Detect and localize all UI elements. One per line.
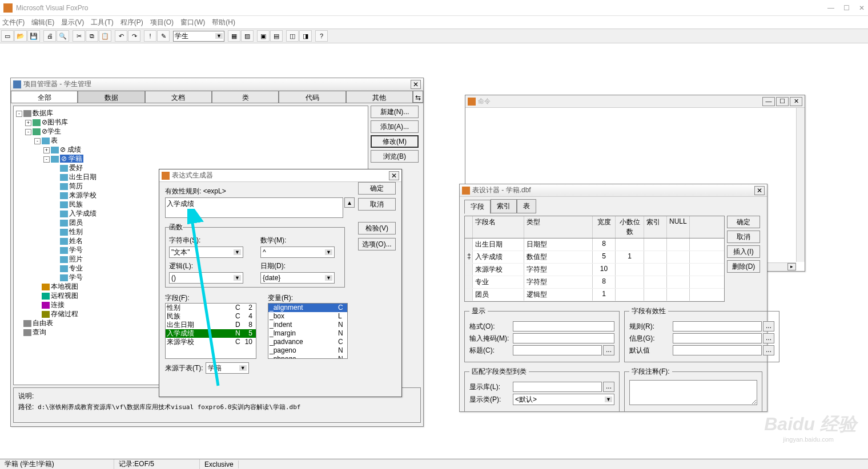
field-row[interactable]: 来源学校C10	[166, 338, 256, 346]
menu-program[interactable]: 程序(P)	[120, 18, 143, 27]
cut-icon[interactable]: ✂	[73, 30, 85, 42]
var-row[interactable]: _lmarginN	[268, 329, 347, 338]
field-row[interactable]: 出生日期D8	[166, 321, 256, 329]
cmd-min-button[interactable]: —	[762, 97, 775, 106]
td-format-input[interactable]	[513, 321, 614, 331]
eb-date-combo[interactable]: {date}▼	[260, 272, 335, 284]
pm-tab-other[interactable]: 其他	[346, 91, 413, 103]
td-tab-fields[interactable]: 字段	[464, 200, 491, 214]
menu-view[interactable]: 显示(V)	[61, 18, 84, 27]
var-row[interactable]: _alignmentC	[268, 304, 347, 312]
td-row[interactable]: 出生日期日期型8	[465, 238, 724, 251]
var-row[interactable]: _boxL	[268, 312, 347, 321]
field-row[interactable]: 性别C2	[166, 304, 256, 312]
pm-browse-button[interactable]: 浏览(B)	[371, 150, 419, 163]
cmd-vscroll[interactable]	[796, 108, 805, 262]
eb-ok-button[interactable]: 确定	[358, 182, 396, 195]
pm-expand-button[interactable]: ⇆	[413, 91, 423, 103]
td-tab-table[interactable]: 表	[517, 199, 536, 213]
eb-from-combo[interactable]: 学籍▼	[206, 362, 249, 374]
expression-input[interactable]	[165, 197, 343, 218]
var-row[interactable]: _pagenoN	[268, 346, 347, 355]
help-icon[interactable]: ?	[315, 30, 328, 42]
undo-icon[interactable]: ↶	[115, 30, 127, 42]
tree-node[interactable]: -⊘ 学籍	[16, 154, 365, 163]
pm-tab-data[interactable]: 数据	[78, 91, 144, 103]
pm-tab-docs[interactable]: 文档	[145, 91, 212, 103]
menu-edit[interactable]: 编辑(E)	[31, 18, 54, 27]
td-caption-input[interactable]	[513, 345, 602, 355]
td-default-dots[interactable]: ...	[763, 345, 774, 355]
eb-expr-expand[interactable]: ▴	[344, 197, 355, 208]
modify-icon[interactable]: ✎	[157, 30, 170, 42]
tb-icon-6[interactable]: ◨	[299, 30, 312, 42]
database-combo[interactable]: 学生▼	[173, 31, 224, 42]
pm-add-button[interactable]: 添加(A)...	[371, 120, 419, 133]
td-delete-button[interactable]: 删除(D)	[727, 260, 760, 273]
td-rule-input[interactable]	[673, 321, 762, 331]
menu-window[interactable]: 窗口(W)	[180, 18, 205, 27]
copy-icon[interactable]: ⧉	[86, 30, 98, 42]
td-ok-button[interactable]: 确定	[727, 216, 760, 228]
tree-node[interactable]: +⊘ 成绩	[16, 145, 365, 154]
eb-math-combo[interactable]: ^▼	[260, 246, 335, 258]
fields-grid[interactable]: 字段名 类型 宽度 小数位数 索引 NULL 出生日期日期型8‡入学成绩数值型5…	[464, 216, 725, 302]
pm-new-button[interactable]: 新建(N)...	[371, 106, 419, 118]
td-comment-input[interactable]	[629, 380, 757, 405]
eb-vars-list[interactable]: _alignmentC_boxL_indentN_lmarginN_padvan…	[268, 303, 348, 359]
eb-string-combo[interactable]: "文本"▼	[169, 246, 243, 258]
menu-tools[interactable]: 工具(T)	[91, 18, 113, 27]
tree-node[interactable]: -⊘学生	[16, 127, 365, 136]
td-mask-input[interactable]	[513, 333, 614, 343]
close-button[interactable]: ✕	[859, 4, 865, 12]
td-cancel-button[interactable]: 取消	[727, 231, 760, 243]
eb-logic-combo[interactable]: ()▼	[169, 272, 243, 284]
save-icon[interactable]: 💾	[27, 30, 40, 42]
tb-icon-4[interactable]: ▤	[270, 30, 283, 42]
pm-tab-code[interactable]: 代码	[279, 91, 345, 103]
td-msg-input[interactable]	[673, 333, 762, 343]
td-tab-index[interactable]: 索引	[491, 199, 517, 213]
td-rule-dots[interactable]: ...	[763, 321, 774, 331]
td-caption-dots[interactable]: ...	[603, 345, 614, 355]
td-row[interactable]: 专业字符型8	[465, 276, 724, 289]
eb-verify-button[interactable]: 检验(V)	[358, 222, 396, 234]
var-row[interactable]: _padvanceC	[268, 338, 347, 346]
pm-tab-class[interactable]: 类	[212, 91, 279, 103]
tb-icon-5[interactable]: ◫	[286, 30, 299, 42]
tb-icon-3[interactable]: ▣	[257, 30, 270, 42]
td-row[interactable]: 来源学校字符型10	[465, 264, 724, 276]
td-lib-input[interactable]	[513, 382, 602, 392]
maximize-button[interactable]: ☐	[843, 4, 850, 12]
pm-close-button[interactable]: ✕	[411, 80, 421, 89]
td-lib-dots[interactable]: ...	[603, 382, 614, 392]
td-row[interactable]: ‡入学成绩数值型51	[465, 251, 724, 264]
cmd-close-button[interactable]: ✕	[790, 97, 802, 106]
td-class-combo[interactable]: <默认>▼	[513, 394, 614, 405]
preview-icon[interactable]: 🔍	[57, 30, 69, 42]
menu-help[interactable]: 帮助(H)	[212, 18, 235, 27]
eb-cancel-button[interactable]: 取消	[358, 198, 396, 211]
minimize-button[interactable]: —	[827, 4, 834, 12]
var-row[interactable]: _pbpageN	[268, 355, 347, 359]
tb-icon-1[interactable]: ▦	[228, 30, 240, 42]
menu-project[interactable]: 项目(O)	[150, 18, 174, 27]
paste-icon[interactable]: 📋	[99, 30, 111, 42]
pm-modify-button[interactable]: 修改(M)	[371, 135, 419, 148]
run-icon[interactable]: !	[144, 30, 156, 42]
td-default-input[interactable]	[673, 345, 762, 355]
cmd-max-button[interactable]: ☐	[776, 97, 789, 106]
td-msg-dots[interactable]: ...	[763, 333, 774, 343]
open-icon[interactable]: 📂	[14, 30, 27, 42]
eb-close-button[interactable]: ✕	[389, 171, 399, 180]
var-row[interactable]: _indentN	[268, 321, 347, 329]
tree-node[interactable]: -数据库	[16, 108, 365, 118]
tree-node[interactable]: -表	[16, 136, 365, 145]
pm-tab-all[interactable]: 全部	[11, 91, 78, 103]
redo-icon[interactable]: ↷	[128, 30, 140, 42]
new-icon[interactable]: ▭	[1, 30, 14, 42]
field-row[interactable]: 入学成绩N5	[166, 329, 256, 338]
eb-options-button[interactable]: 选项(O)...	[358, 238, 396, 250]
field-row[interactable]: 民族C4	[166, 312, 256, 321]
print-icon[interactable]: 🖨	[43, 30, 56, 42]
